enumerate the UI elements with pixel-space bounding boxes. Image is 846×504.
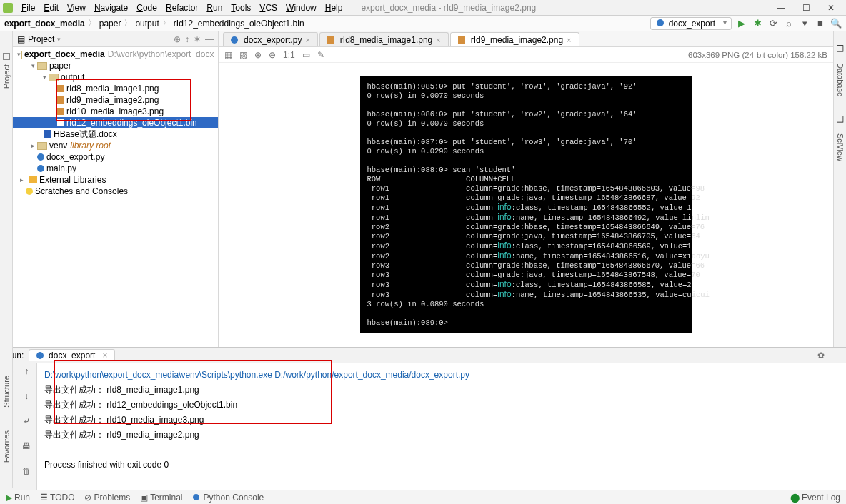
zoom-ratio: 1:1 [283, 50, 295, 60]
editor-tab-active[interactable]: rId9_media_image2.png× [450, 32, 579, 46]
profile-button-icon[interactable]: ⌕ [783, 18, 795, 29]
menu-refactor[interactable]: Refactor [161, 3, 202, 13]
breadcrumb-bar: export_docx_media 〉 paper 〉 output 〉 rId… [0, 16, 846, 31]
bottom-tab-terminal[interactable]: ▣Terminal [140, 493, 182, 503]
stop-button-icon[interactable]: ■ [815, 18, 826, 29]
menu-navigate[interactable]: Navigate [90, 3, 132, 13]
run-line: 导出文件成功： rId10_media_image3.png [44, 413, 839, 428]
structure-tool-label[interactable]: Structure [2, 376, 11, 408]
tree-root[interactable]: ▾export_docx_mediaD:\work\python\export_… [13, 49, 218, 60]
terminal-screenshot: hbase(main):085:0> put 'student', 'row1'… [360, 76, 692, 333]
editor-tab[interactable]: rId8_media_image1.png× [319, 32, 449, 46]
debug-button-icon[interactable]: ✱ [752, 18, 763, 29]
menu-file[interactable]: File [17, 3, 39, 13]
image-toolbar: ▦ ▨ ⊕ ⊖ 1:1 ▭ ✎ 603x369 PNG (24-bit colo… [219, 47, 833, 63]
close-tab-icon[interactable]: × [567, 36, 571, 44]
expand-all-icon[interactable]: ↕ [185, 34, 189, 44]
app-logo-icon [3, 3, 13, 13]
checker-icon[interactable]: ▨ [239, 50, 247, 60]
sciview-tool-label[interactable]: SciView [836, 133, 845, 161]
image-icon [458, 36, 465, 44]
editor-tab[interactable]: docx_export.py× [223, 32, 318, 46]
window-minimize-icon[interactable]: — [777, 3, 785, 13]
run-output[interactable]: D:\work\python\export_docx_media\venv\Sc… [37, 363, 846, 490]
tree-dir-venv[interactable]: ▸venvlibrary root [13, 140, 218, 151]
tree-external-libs[interactable]: ▸External Libraries [13, 174, 218, 186]
menu-vcs[interactable]: VCS [255, 3, 282, 13]
scroll-icon[interactable]: 🖶 [19, 441, 36, 462]
run-config-label: docx_export [669, 19, 715, 29]
menu-tools[interactable]: Tools [227, 3, 255, 13]
zoom-out-icon[interactable]: ⊖ [269, 50, 276, 60]
clear-all-icon[interactable]: 🗑 [19, 466, 36, 487]
run-settings-icon[interactable]: ✿ [817, 351, 825, 361]
more-run-icon[interactable]: ▾ [799, 18, 810, 29]
database-tool-label[interactable]: Database [836, 63, 845, 96]
zoom-in-icon[interactable]: ⊕ [254, 50, 262, 60]
menu-run[interactable]: Run [202, 3, 227, 13]
image-status: 603x369 PNG (24-bit color) 158.22 kB [688, 51, 827, 59]
bottom-tab-problems[interactable]: ⊘Problems [84, 493, 130, 503]
menu-help[interactable]: Help [321, 3, 347, 13]
tree-dir-paper[interactable]: ▾paper [13, 60, 218, 71]
window-close-icon[interactable]: ✕ [827, 3, 835, 13]
project-panel-title[interactable]: Project [28, 34, 54, 44]
tree-scratches[interactable]: Scratches and Consoles [13, 186, 218, 197]
crumb-item[interactable]: paper [99, 19, 121, 29]
tree-file-docx[interactable]: HBase试题.docx [13, 128, 218, 140]
crumb-item[interactable]: output [135, 19, 159, 29]
run-hide-icon[interactable]: — [832, 351, 840, 361]
image-preview[interactable]: hbase(main):085:0> put 'student', 'row1'… [219, 63, 833, 347]
project-panel-icon: ▤ [17, 34, 25, 44]
project-tool-icon[interactable] [3, 53, 10, 60]
hide-panel-icon[interactable]: — [205, 34, 214, 44]
up-icon[interactable]: ↑ [19, 366, 36, 387]
project-tree[interactable]: ▾export_docx_mediaD:\work\python\export_… [13, 47, 218, 198]
database-tool-icon[interactable]: ◫ [836, 43, 844, 53]
tree-file-py[interactable]: main.py [13, 163, 218, 174]
coverage-button-icon[interactable]: ⟳ [767, 18, 779, 29]
run-exit: Process finished with exit code 0 [44, 458, 839, 473]
fit-icon[interactable]: ▭ [302, 50, 310, 60]
editor-area: docx_export.py× rId8_media_image1.png× r… [219, 31, 833, 347]
tree-dir-output[interactable]: ▾output [13, 71, 218, 83]
crumb-root[interactable]: export_docx_media [4, 19, 85, 29]
bottom-tab-run[interactable]: ▶Run [6, 493, 30, 503]
favorites-tool-label[interactable]: Favorites [2, 430, 11, 463]
color-picker-icon[interactable]: ✎ [317, 50, 324, 60]
bottom-tab-todo[interactable]: ☰TODO [40, 493, 74, 503]
left-tool-strip-lower: Structure Favorites [0, 347, 13, 488]
tree-file[interactable]: rId10_media_image3.png [13, 106, 218, 117]
menu-code[interactable]: Code [132, 3, 161, 13]
event-log-button[interactable]: ⬤Event Log [790, 493, 840, 503]
crumb-item[interactable]: rId12_embeddings_oleObject1.bin [174, 19, 304, 29]
softwrap-icon[interactable]: ⤶ [19, 416, 36, 437]
project-tool-label[interactable]: Project [2, 64, 11, 89]
tree-file[interactable]: rId9_media_image2.png [13, 94, 218, 106]
window-maximize-icon[interactable]: ☐ [802, 3, 810, 13]
tree-file-py[interactable]: docx_export.py [13, 151, 218, 163]
menu-window[interactable]: Window [282, 3, 321, 13]
close-tab-icon[interactable]: × [436, 36, 440, 44]
close-tab-icon[interactable]: × [102, 351, 107, 361]
bottom-tab-python-console[interactable]: Python Console [193, 493, 264, 503]
editor-tabs: docx_export.py× rId8_media_image1.png× r… [219, 31, 833, 47]
tree-file-selected[interactable]: rId12_embeddings_oleObject1.bin [13, 117, 218, 128]
search-everywhere-icon[interactable]: 🔍 [830, 18, 842, 29]
tree-file[interactable]: rId8_media_image1.png [13, 83, 218, 94]
menu-view[interactable]: View [63, 3, 90, 13]
run-button-icon[interactable]: ▶ [736, 18, 747, 29]
run-tab[interactable]: docx_export× [29, 349, 115, 361]
python-icon [657, 19, 664, 26]
window-title: export_docx_media - rId9_media_image2.pn… [361, 3, 536, 13]
sciview-tool-icon[interactable]: ◫ [836, 114, 844, 124]
select-opened-file-icon[interactable]: ⊕ [174, 34, 181, 44]
grid-icon[interactable]: ▦ [224, 50, 232, 60]
menu-edit[interactable]: Edit [39, 3, 63, 13]
close-tab-icon[interactable]: × [305, 36, 309, 44]
run-tool-window: Run: docx_export× ✿ — ▶↑ ⚑↓ ≡⤶ ☰🖶 ★🗑 D:\… [0, 347, 846, 490]
python-icon [231, 36, 238, 44]
collapse-all-icon[interactable]: ✶ [194, 34, 201, 44]
run-config-dropdown[interactable]: docx_export [650, 17, 732, 30]
down-icon[interactable]: ↓ [19, 391, 36, 412]
